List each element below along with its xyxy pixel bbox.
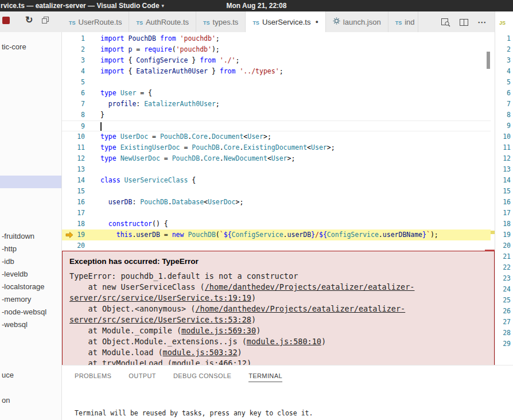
split-line-number[interactable]: 21 (495, 251, 511, 262)
split-line-number[interactable]: 19 (495, 230, 511, 240)
tree-item-uce[interactable]: uce (0, 369, 61, 382)
split-line-number[interactable]: 26 (495, 306, 511, 317)
tree-item-on[interactable]: on (0, 394, 61, 407)
line-number[interactable]: 6 (62, 88, 85, 99)
code-line-15[interactable]: 15 (62, 186, 491, 197)
split-line-number[interactable]: 12 (495, 153, 511, 164)
code-line-2[interactable]: 2import p = require('pouchdb'); (62, 44, 491, 55)
line-number[interactable]: 13 (62, 164, 85, 175)
code-line-11[interactable]: 11type ExistingUserDoc = PouchDB.Core.Ex… (62, 142, 491, 153)
code-line-17[interactable]: 17 (62, 208, 491, 219)
tree-item--memory[interactable]: -memory (0, 293, 61, 306)
split-line-number[interactable]: 13 (495, 164, 511, 175)
split-line-number[interactable]: 24 (495, 284, 511, 295)
line-number[interactable]: 15 (62, 186, 85, 197)
tab-launch-json[interactable]: launch.json (326, 11, 388, 32)
tree-item--idb[interactable]: -idb (0, 255, 61, 268)
tab-userroute-ts[interactable]: TSUserRoute.ts (62, 11, 129, 32)
code-line-19[interactable]: 19 this.userDB = new PouchDB(`${ConfigSe… (62, 230, 491, 240)
code-line-18[interactable]: 18 constructor() { (62, 219, 491, 230)
code-line-12[interactable]: 12type NewUserDoc = PouchDB.Core.NewDocu… (62, 153, 491, 164)
tab-userservice-ts[interactable]: TSUserService.ts● (246, 11, 325, 32)
restore-window-icon[interactable] (41, 16, 49, 26)
code-line-20[interactable]: 20 (62, 240, 491, 251)
line-number[interactable]: 4 (62, 66, 85, 77)
split-line-number[interactable]: 25 (495, 295, 511, 306)
tab-authroute-ts[interactable]: TSAuthRoute.ts (129, 11, 196, 32)
line-number[interactable]: 10 (62, 131, 85, 142)
selected-tree-row[interactable] (0, 176, 61, 188)
chevron-down-icon[interactable]: ▾ (162, 3, 165, 9)
line-number[interactable]: 2 (62, 44, 85, 55)
line-number[interactable]: 16 (62, 197, 85, 208)
split-line-number[interactable]: 2 (495, 44, 511, 55)
line-number[interactable]: 7 (62, 99, 85, 110)
more-actions-icon[interactable]: ⋯ (477, 18, 486, 26)
panel-tab-problems[interactable]: PROBLEMS (75, 372, 111, 382)
tree-item--node-websql[interactable]: -node-websql (0, 306, 61, 318)
split-line-number[interactable]: 10 (495, 131, 511, 142)
split-line-number[interactable]: 27 (495, 317, 511, 328)
code-line-3[interactable]: 3import { ConfigService } from './'; (62, 55, 491, 66)
line-number[interactable]: 14 (62, 175, 85, 186)
line-number[interactable]: 17 (62, 208, 85, 219)
line-number[interactable]: 1 (62, 33, 85, 44)
split-editor-gutter[interactable]: 1234567891011121314151617181920212223242… (495, 32, 513, 365)
split-line-number[interactable]: 16 (495, 197, 511, 208)
line-number[interactable]: 3 (62, 55, 85, 66)
split-line-number[interactable]: 6 (495, 88, 511, 99)
code-line-16[interactable]: 16 userDB: PouchDB.Database<UserDoc>; (62, 197, 491, 208)
stack-link[interactable]: module.js:580:10 (247, 337, 321, 346)
restart-icon[interactable]: ↻ (25, 14, 33, 25)
tree-item--websql[interactable]: -websql (0, 318, 61, 331)
split-line-number[interactable]: 17 (495, 208, 511, 219)
code-line-9[interactable]: 9 (62, 120, 491, 131)
stop-icon[interactable] (2, 17, 10, 24)
split-line-number[interactable]: 22 (495, 262, 511, 273)
stack-link[interactable]: module.js:503:32 (163, 348, 238, 357)
code-line-6[interactable]: 6type User = { (62, 88, 491, 99)
split-line-number[interactable]: 5 (495, 77, 511, 88)
panel-tab-output[interactable]: OUTPUT (129, 372, 156, 382)
split-line-number[interactable]: 28 (495, 328, 511, 339)
open-preview-icon[interactable] (441, 17, 450, 27)
split-line-number[interactable]: 9 (495, 120, 511, 131)
tree-item--localstorage[interactable]: -localstorage (0, 281, 61, 293)
split-line-number[interactable]: 15 (495, 186, 511, 197)
code-line-14[interactable]: 14class UserServiceClass { (62, 175, 491, 186)
code-line-7[interactable]: 7 profile: EatalizerAuth0User; (62, 99, 491, 110)
line-number[interactable]: 20 (62, 240, 85, 251)
split-line-number[interactable]: 8 (495, 110, 511, 120)
line-number[interactable]: 11 (62, 142, 85, 153)
code-line-13[interactable]: 13 (62, 164, 491, 175)
line-number[interactable]: 12 (62, 153, 85, 164)
split-line-number[interactable]: 23 (495, 273, 511, 284)
line-number[interactable]: 5 (62, 77, 85, 88)
tree-item-tic-core[interactable]: tic-core (0, 41, 61, 53)
line-number[interactable]: 18 (62, 219, 85, 230)
split-line-number[interactable]: 18 (495, 219, 511, 230)
split-line-number[interactable]: 3 (495, 55, 511, 66)
split-line-number[interactable]: 7 (495, 99, 511, 110)
tree-item--leveldb[interactable]: -leveldb (0, 268, 61, 281)
split-line-number[interactable]: 20 (495, 240, 511, 251)
split-line-number[interactable]: 4 (495, 66, 511, 77)
code-line-5[interactable]: 5 (62, 77, 491, 88)
code-line-1[interactable]: 1import PouchDB from 'pouchdb'; (62, 33, 491, 44)
code-line-8[interactable]: 8} (62, 110, 491, 120)
tree-item--http[interactable]: -http (0, 243, 61, 255)
right-group-tab[interactable]: JS (495, 11, 513, 32)
line-number[interactable]: 8 (62, 110, 85, 120)
split-line-number[interactable]: 29 (495, 339, 511, 349)
tab-types-ts[interactable]: TStypes.ts (196, 11, 246, 32)
panel-tab-debug-console[interactable]: DEBUG CONSOLE (173, 372, 231, 382)
code-line-10[interactable]: 10type UserDoc = PouchDB.Core.Document<U… (62, 131, 491, 142)
split-editor-icon[interactable] (459, 17, 469, 27)
code-line-4[interactable]: 4import { EatalizerAuth0User } from '../… (62, 66, 491, 77)
tab-ind[interactable]: TSind (388, 11, 418, 32)
panel-tab-terminal[interactable]: TERMINAL (248, 372, 282, 382)
line-number[interactable]: 9 (62, 121, 85, 132)
tree-item--fruitdown[interactable]: -fruitdown (0, 230, 61, 243)
split-line-number[interactable]: 11 (495, 142, 511, 153)
clock[interactable]: Mon Aug 21, 22:08 (227, 2, 287, 10)
